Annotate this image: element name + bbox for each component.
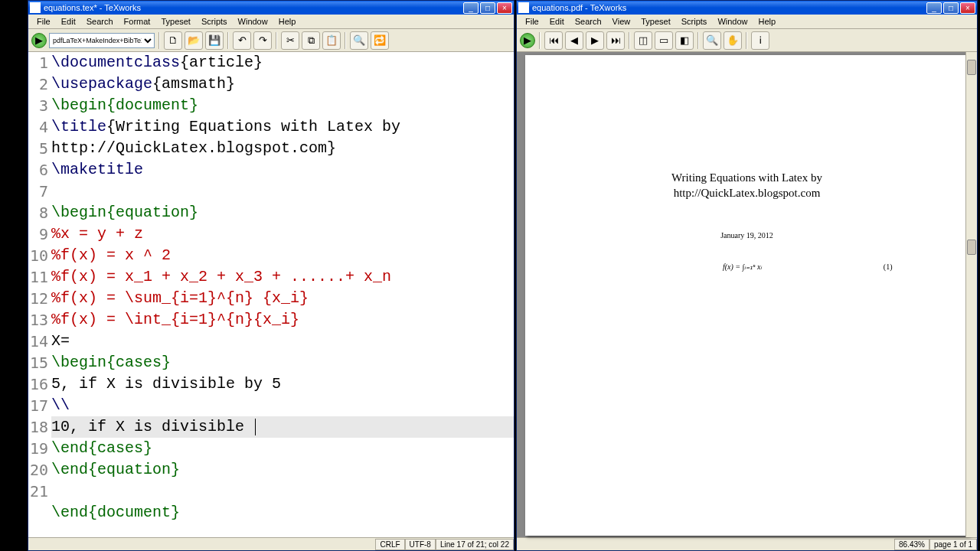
code-line[interactable]: \usepackage{amsmath}	[51, 73, 514, 95]
status-page: page 1 of 1	[929, 539, 977, 550]
line-number: 1	[28, 52, 48, 73]
code-line[interactable]: %f(x) = x ^ 2	[51, 245, 514, 266]
fit-width-icon[interactable]: ▭	[655, 31, 673, 50]
editor-titlebar[interactable]: equations.tex* - TeXworks _ □ ×	[28, 1, 514, 15]
close-button[interactable]: ×	[497, 2, 512, 14]
status-encoding[interactable]: UTF-8	[405, 539, 436, 550]
select-text-icon[interactable]: Ꭵ	[751, 31, 769, 50]
line-number: 11	[28, 266, 48, 288]
typeset-run-button[interactable]: ▶	[31, 33, 47, 48]
viewer-scrollbar[interactable]	[965, 52, 977, 537]
first-page-icon[interactable]: ⏮	[544, 31, 563, 50]
maximize-button[interactable]: □	[943, 2, 959, 14]
menu-file[interactable]: File	[520, 15, 544, 28]
code-line[interactable]: \end{equation}	[51, 459, 514, 481]
menu-typeset[interactable]: Typeset	[635, 15, 676, 28]
next-page-icon[interactable]: ▶	[586, 31, 604, 50]
doc-title-line1: Writing Equations with Latex by	[586, 170, 908, 185]
close-button[interactable]: ×	[960, 2, 975, 14]
viewer-body[interactable]: Writing Equations with Latex by http://Q…	[517, 52, 977, 537]
menu-help[interactable]: Help	[753, 15, 782, 28]
scrollbar-thumb[interactable]	[967, 240, 976, 255]
replace-icon[interactable]: 🔁	[371, 31, 389, 50]
line-number: 18	[28, 416, 48, 438]
menu-file[interactable]: File	[31, 15, 56, 28]
menu-view[interactable]: View	[607, 15, 636, 28]
code-line[interactable]	[51, 181, 514, 202]
menu-help[interactable]: Help	[273, 15, 302, 28]
scroll-hand-icon[interactable]: ✋	[724, 31, 742, 50]
code-line[interactable]: %x = y + z	[51, 223, 514, 245]
code-line[interactable]: \documentclass{article}	[51, 52, 514, 73]
code-line[interactable]: \end{document}	[51, 502, 514, 523]
code-line[interactable]: 5, if X is divisible by 5	[51, 373, 514, 395]
menu-search[interactable]: Search	[570, 15, 607, 28]
editor-menubar: FileEditSearchFormatTypesetScriptsWindow…	[28, 15, 514, 29]
code-line[interactable]: %f(x) = \int_{i=1}^{n}{x_i}	[51, 309, 514, 331]
minimize-button[interactable]: _	[926, 2, 942, 14]
code-line[interactable]: %f(x) = x_1 + x_2 + x_3 + ......+ x_n	[51, 266, 514, 288]
menu-window[interactable]: Window	[712, 15, 753, 28]
maximize-button[interactable]: □	[480, 2, 495, 14]
typeset-engine-select[interactable]: pdfLaTeX+MakeIndex+BibTeX	[49, 33, 155, 48]
minimize-button[interactable]: _	[463, 2, 479, 14]
code-area[interactable]: \documentclass{article}\usepackage{amsma…	[51, 52, 514, 537]
scrollbar-thumb[interactable]	[967, 60, 976, 75]
paste-icon[interactable]: 📋	[322, 31, 341, 50]
copy-icon[interactable]: ⧉	[302, 31, 320, 50]
open-icon[interactable]: 📂	[185, 31, 203, 50]
viewer-window: equations.pdf - TeXworks _ □ × FileEditS…	[516, 0, 978, 551]
code-line[interactable]: 10, if X is divisible	[51, 416, 514, 438]
viewer-toolbar: ▶ ⏮ ◀ ▶ ⏭ ◫ ▭ ◧ 🔍 ✋ Ꭵ	[517, 29, 977, 52]
menu-format[interactable]: Format	[119, 15, 156, 28]
line-number: 7	[28, 181, 48, 202]
menu-scripts[interactable]: Scripts	[196, 15, 233, 28]
redo-icon[interactable]: ↷	[253, 31, 272, 50]
line-number: 12	[28, 288, 48, 309]
undo-icon[interactable]: ↶	[233, 31, 251, 50]
status-zoom[interactable]: 86.43%	[894, 539, 929, 550]
app-icon	[518, 2, 529, 13]
save-icon[interactable]: 💾	[205, 31, 224, 50]
search-icon[interactable]: 🔍	[350, 31, 368, 50]
code-line[interactable]: \begin{cases}	[51, 352, 514, 373]
viewer-titlebar[interactable]: equations.pdf - TeXworks _ □ ×	[517, 1, 977, 15]
fit-window-icon[interactable]: ◧	[675, 31, 694, 50]
line-number: 21	[28, 481, 48, 502]
code-line[interactable]: \\	[51, 395, 514, 416]
editor-body[interactable]: 123456789101112131415161718192021 \docum…	[28, 52, 514, 537]
menu-typeset[interactable]: Typeset	[155, 15, 196, 28]
cut-icon[interactable]: ✂	[281, 31, 299, 50]
code-line[interactable]: \maketitle	[51, 159, 514, 181]
editor-statusbar: CRLF UTF-8 Line 17 of 21; col 22	[28, 537, 514, 550]
line-number: 9	[28, 223, 48, 245]
viewer-menubar: FileEditSearchViewTypesetScriptsWindowHe…	[517, 15, 977, 29]
menu-edit[interactable]: Edit	[56, 15, 81, 28]
code-line[interactable]: http://QuickLatex.blogspot.com}	[51, 138, 514, 159]
code-line[interactable]: \title{Writing Equations with Latex by	[51, 116, 514, 138]
code-line[interactable]: \end{cases}	[51, 438, 514, 459]
line-number: 2	[28, 73, 48, 95]
line-number: 13	[28, 309, 48, 331]
code-line[interactable]: %f(x) = \sum_{i=1}^{n} {x_i}	[51, 288, 514, 309]
menu-edit[interactable]: Edit	[544, 15, 570, 28]
menu-window[interactable]: Window	[233, 15, 273, 28]
code-line[interactable]: \begin{equation}	[51, 202, 514, 223]
line-number: 15	[28, 352, 48, 373]
doc-equation: f(x) = ∫ᵢ₌₁ⁿ xᵢ	[602, 262, 884, 271]
prev-page-icon[interactable]: ◀	[565, 31, 583, 50]
line-number: 8	[28, 202, 48, 223]
menu-search[interactable]: Search	[81, 15, 119, 28]
code-line[interactable]	[51, 481, 514, 502]
line-number: 16	[28, 373, 48, 395]
code-line[interactable]: \begin{document}	[51, 95, 514, 116]
new-icon[interactable]: 🗋	[164, 31, 182, 50]
magnify-icon[interactable]: 🔍	[703, 31, 721, 50]
last-page-icon[interactable]: ⏭	[606, 31, 625, 50]
typeset-run-button[interactable]: ▶	[520, 33, 535, 48]
code-line[interactable]: X=	[51, 331, 514, 352]
menu-scripts[interactable]: Scripts	[676, 15, 713, 28]
status-eol[interactable]: CRLF	[375, 539, 404, 550]
status-position: Line 17 of 21; col 22	[436, 539, 514, 550]
actual-size-icon[interactable]: ◫	[634, 31, 652, 50]
